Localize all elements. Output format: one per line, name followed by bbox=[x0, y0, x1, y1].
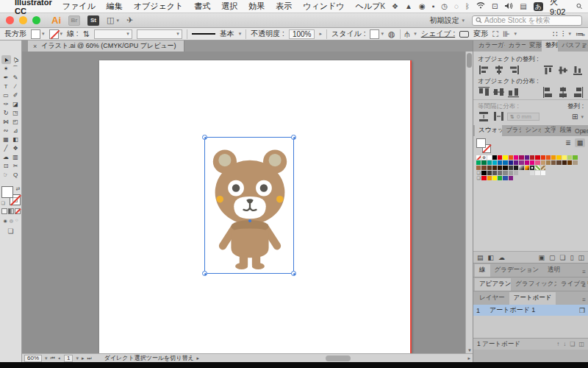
swatch-fill-stroke-proxy[interactable] bbox=[476, 138, 491, 153]
tab-グラフィックスタ[interactable]: グラフィックスタ bbox=[511, 278, 556, 291]
swatch[interactable] bbox=[498, 166, 503, 171]
selection-handle[interactable] bbox=[202, 135, 207, 140]
symbol-sprayer-tool[interactable]: ☁ bbox=[1, 152, 11, 161]
swatch[interactable] bbox=[541, 155, 546, 160]
transform-label[interactable]: 変形 bbox=[473, 29, 488, 39]
swatch[interactable] bbox=[487, 176, 492, 181]
menu-item-4[interactable]: 選択 bbox=[221, 1, 237, 12]
swatch-pattern[interactable] bbox=[541, 166, 546, 171]
swatch[interactable] bbox=[492, 171, 498, 176]
artboard-tool[interactable]: ⊡ bbox=[1, 161, 11, 170]
hand-tool[interactable]: ☞ bbox=[1, 170, 11, 179]
swatch[interactable] bbox=[487, 155, 492, 160]
bluetooth-icon[interactable]: ᛒ bbox=[465, 2, 470, 10]
swatch[interactable] bbox=[509, 176, 514, 181]
rectangle-tool[interactable]: ▭ bbox=[1, 91, 11, 99]
align-vcenter-icon[interactable] bbox=[557, 66, 569, 75]
scroll-right-icon[interactable]: ▸ bbox=[467, 355, 470, 361]
selection-handle[interactable] bbox=[291, 271, 296, 276]
menu-item-5[interactable]: 効果 bbox=[248, 1, 265, 12]
tab-透明[interactable]: 透明 bbox=[543, 264, 564, 277]
timemachine-icon[interactable]: ◷ bbox=[441, 2, 448, 10]
swatch[interactable] bbox=[530, 171, 535, 176]
bridge-button[interactable]: Br bbox=[68, 15, 80, 26]
chevron-down-icon[interactable]: ▾ bbox=[45, 355, 48, 361]
fill-stroke-control[interactable]: ⇄ ❏ bbox=[1, 186, 21, 205]
swatch[interactable] bbox=[481, 171, 487, 176]
swatch[interactable] bbox=[525, 155, 530, 160]
type-tool[interactable]: T bbox=[1, 82, 11, 91]
spotlight-icon[interactable] bbox=[576, 2, 582, 10]
spacing-value-input[interactable]: ⇅ 0 mm bbox=[507, 113, 539, 121]
list-view-button[interactable]: ≣ bbox=[563, 138, 573, 147]
swatch[interactable] bbox=[481, 176, 487, 181]
default-fill-stroke-icon[interactable]: ❏ bbox=[1, 200, 5, 205]
dist-right-icon[interactable] bbox=[572, 88, 584, 97]
swatch[interactable] bbox=[503, 166, 508, 171]
swatch[interactable] bbox=[551, 160, 556, 166]
pencil-tool[interactable]: ✑ bbox=[1, 99, 11, 108]
artboard-name[interactable]: アートボード 1 bbox=[490, 305, 535, 315]
swatch-options-icon[interactable]: ☁ bbox=[498, 254, 505, 261]
artboard-navigation-select[interactable]: 1 bbox=[64, 355, 73, 362]
space-h-icon[interactable] bbox=[492, 112, 504, 121]
canvas[interactable]: ▼ bbox=[22, 52, 473, 353]
perspective-grid-tool[interactable]: ⊿ bbox=[11, 126, 21, 135]
swatch[interactable] bbox=[509, 166, 514, 171]
swatch[interactable] bbox=[573, 160, 578, 166]
menu-item-6[interactable]: 表示 bbox=[276, 1, 292, 12]
delete-artboard-icon[interactable]: ◫ bbox=[578, 341, 584, 347]
menu-item-7[interactable]: ウィンドウ bbox=[303, 1, 344, 12]
swatch[interactable] bbox=[503, 160, 508, 166]
shape-label[interactable]: シェイプ : bbox=[421, 29, 456, 39]
swatch[interactable] bbox=[541, 160, 546, 166]
swatch[interactable] bbox=[476, 166, 481, 171]
slice-tool[interactable]: ✂ bbox=[11, 161, 21, 170]
selection-bounding-box[interactable] bbox=[204, 137, 294, 274]
krisp-icon[interactable]: K bbox=[380, 2, 385, 10]
stock-search-input[interactable]: Adobe Stock を検索 bbox=[472, 15, 582, 26]
swatch[interactable] bbox=[551, 155, 556, 160]
mesh-tool[interactable]: ▦ bbox=[1, 135, 11, 144]
tab-align-1[interactable]: カラー bbox=[505, 40, 526, 52]
variable-width-select[interactable]: ▾ bbox=[137, 29, 182, 39]
swatch[interactable] bbox=[509, 160, 514, 166]
line-segment-tool[interactable]: ∕ bbox=[11, 82, 21, 91]
panel-menu-icon[interactable]: ≡ bbox=[582, 128, 586, 135]
document-tab[interactable]: × イラスト.ai @ 60% (CMYK/GPU プレビュー) bbox=[28, 40, 184, 52]
swatch-libraries-icon[interactable]: ▤ bbox=[477, 254, 484, 261]
dropbox-icon[interactable]: ❖ bbox=[392, 2, 398, 10]
new-color-group-icon[interactable]: ▣ bbox=[538, 254, 545, 261]
direct-selection-tool[interactable]: ➤ bbox=[11, 55, 21, 64]
selection-handle[interactable] bbox=[202, 271, 207, 276]
swatch[interactable] bbox=[503, 176, 508, 181]
volume-icon[interactable] bbox=[504, 2, 513, 11]
rotate-tool[interactable]: ↻ bbox=[1, 108, 11, 117]
app-menu-title[interactable]: Illustrator CC bbox=[15, 0, 52, 15]
stock-button[interactable]: St bbox=[87, 15, 99, 26]
dist-vcenter-icon[interactable] bbox=[492, 88, 504, 97]
swatch-kinds-icon[interactable]: ◧ bbox=[488, 254, 495, 261]
trash-icon[interactable]: ◫ bbox=[578, 254, 584, 261]
swatch[interactable] bbox=[498, 176, 503, 181]
dist-hcenter-icon[interactable] bbox=[557, 88, 569, 97]
lasso-tool[interactable]: ⌒ bbox=[11, 64, 21, 73]
shape-builder-tool[interactable]: ∾ bbox=[1, 126, 11, 135]
zoom-window-button[interactable] bbox=[32, 16, 40, 24]
pen-tool[interactable]: ✒ bbox=[1, 73, 11, 82]
swatch[interactable] bbox=[492, 176, 498, 181]
eyedropper-tool[interactable]: ╱ bbox=[1, 144, 11, 152]
eraser-tool[interactable]: ◪ bbox=[11, 99, 21, 108]
close-tab-icon[interactable]: × bbox=[33, 43, 37, 50]
column-graph-tool[interactable]: ▥ bbox=[11, 152, 21, 161]
tab-アートボード[interactable]: アートボード bbox=[509, 292, 556, 305]
blend-tool[interactable]: ❖ bbox=[11, 144, 21, 152]
swatch[interactable] bbox=[519, 160, 524, 166]
align-hcenter-icon[interactable] bbox=[492, 66, 504, 75]
swatch[interactable] bbox=[546, 160, 551, 166]
horizontal-scroll-thumb[interactable] bbox=[326, 355, 351, 361]
dist-top-icon[interactable] bbox=[478, 88, 490, 97]
swatch[interactable] bbox=[535, 171, 540, 176]
swatch[interactable] bbox=[492, 160, 498, 166]
chevron-right-icon[interactable]: ▸ bbox=[319, 31, 322, 37]
